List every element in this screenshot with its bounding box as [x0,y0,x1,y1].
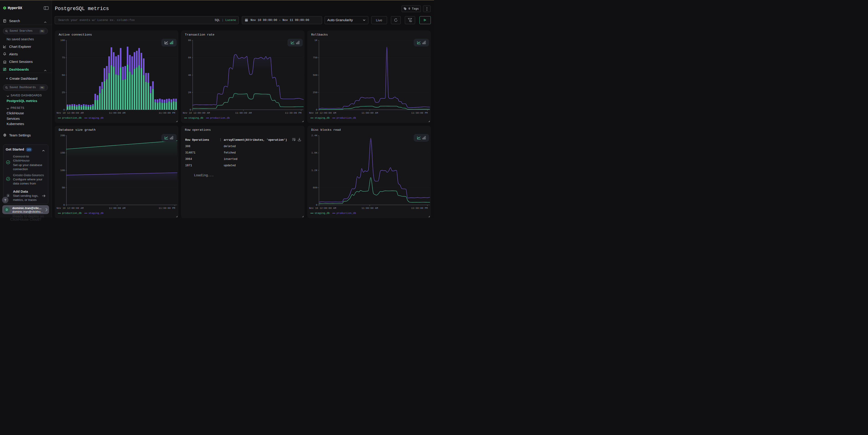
svg-text:8K: 8K [188,39,191,42]
svg-text:Nov 10 12:00:00 AM: Nov 10 12:00:00 AM [309,111,336,114]
svg-text:2.4K: 2.4K [311,134,317,137]
svg-text:11:00:00 AM: 11:00:00 AM [235,111,252,114]
svg-text:10B: 10B [60,169,65,171]
svg-text:Nov 10 12:00:00 AM: Nov 10 12:00:00 AM [57,207,84,209]
svg-text:Nov 10 12:00:00 AM: Nov 10 12:00:00 AM [183,111,210,114]
svg-text:500: 500 [313,73,317,76]
svg-text:1.8K: 1.8K [311,152,317,154]
svg-text:100: 100 [60,39,65,42]
svg-text:11:00:00 AM: 11:00:00 AM [362,207,378,209]
svg-text:750: 750 [313,56,317,59]
svg-text:25: 25 [62,91,65,94]
svg-text:250: 250 [313,91,317,94]
svg-text:20B: 20B [60,134,65,137]
svg-text:0: 0 [63,203,65,206]
svg-text:11:30:00 PM: 11:30:00 PM [159,111,175,114]
svg-text:6K: 6K [188,56,191,59]
svg-text:11:30:00 PM: 11:30:00 PM [285,111,302,114]
svg-text:11:00:00 AM: 11:00:00 AM [109,207,126,209]
svg-text:600: 600 [313,186,317,189]
svg-text:11:30:00 PM: 11:30:00 PM [411,111,428,114]
svg-text:5B: 5B [62,186,65,189]
svg-text:11:00:00 AM: 11:00:00 AM [109,111,126,114]
svg-text:0: 0 [190,108,191,111]
svg-text:0: 0 [316,108,317,111]
svg-text:0: 0 [316,203,317,206]
svg-text:11:30:00 PM: 11:30:00 PM [411,207,428,209]
svg-text:11:00:00 AM: 11:00:00 AM [362,111,378,114]
svg-text:Nov 10 12:00:00 AM: Nov 10 12:00:00 AM [309,207,336,209]
svg-text:1K: 1K [314,39,317,42]
svg-text:1.2K: 1.2K [311,169,317,171]
svg-text:75: 75 [62,56,65,59]
svg-text:2K: 2K [188,91,191,94]
svg-text:0: 0 [63,108,65,111]
svg-text:11:30:00 PM: 11:30:00 PM [159,207,175,209]
svg-text:50: 50 [62,73,65,76]
svg-text:4K: 4K [188,73,191,76]
svg-text:15B: 15B [60,152,65,154]
svg-text:Nov 10 12:00:00 AM: Nov 10 12:00:00 AM [57,111,84,114]
